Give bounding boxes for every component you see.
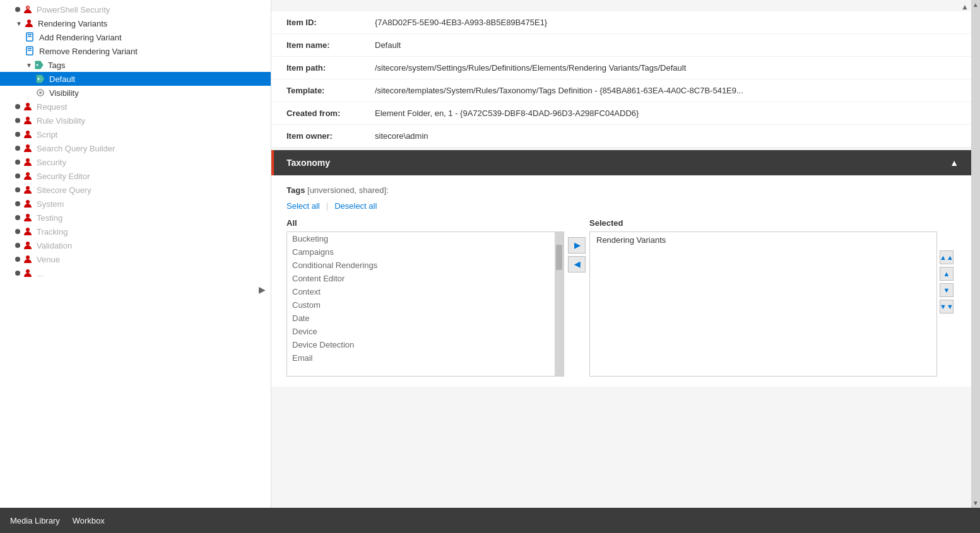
person-red-icon xyxy=(23,254,33,264)
all-list-inner[interactable]: Bucketing Campaigns Conditional Renderin… xyxy=(287,232,555,376)
list-item[interactable]: Bucketing xyxy=(287,232,555,245)
content: ▲ Item ID: {7A8D02F5-5E90-4EB3-A993-8B5E… xyxy=(271,0,971,508)
all-list-box: Bucketing Campaigns Conditional Renderin… xyxy=(286,231,564,377)
sort-buttons: ▲▲ ▲ ▼ ▼▼ xyxy=(937,231,956,377)
sidebar-item-security-editor[interactable]: Security Editor xyxy=(0,169,271,183)
expand-icon[interactable]: ▼ xyxy=(15,20,23,27)
sidebar-item-label: Add Rendering Variant xyxy=(39,33,122,42)
sidebar-item-label: Rendering Variants xyxy=(38,19,107,28)
select-all-link[interactable]: Select all xyxy=(286,201,320,211)
bullet-icon xyxy=(15,146,20,151)
sidebar-item-search-query-builder[interactable]: Search Query Builder xyxy=(0,141,271,155)
sidebar-item-security[interactable]: Security xyxy=(0,155,271,169)
sidebar-item-tags[interactable]: ▼ Tags xyxy=(0,58,271,72)
sidebar-item-script[interactable]: Script xyxy=(0,127,271,141)
list-item[interactable]: Conditional Renderings xyxy=(287,259,555,272)
sidebar-item-system[interactable]: System xyxy=(0,197,271,211)
svg-point-18 xyxy=(26,144,30,148)
sidebar-item-label: Visibility xyxy=(49,88,79,98)
taxonomy-section-header[interactable]: Taxonomy ▲ xyxy=(271,150,971,175)
media-library-link[interactable]: Media Library xyxy=(10,516,60,525)
sidebar-item-remove-rendering-variant[interactable]: Remove Rendering Variant xyxy=(0,44,271,58)
svg-point-25 xyxy=(26,242,30,245)
person-red-icon xyxy=(23,185,33,195)
list-item[interactable]: Content Editor xyxy=(287,272,555,285)
sort-up-top-button[interactable]: ▲▲ xyxy=(940,250,953,264)
sidebar-item-add-rendering-variant[interactable]: Add Rendering Variant xyxy=(0,30,271,44)
sidebar-item-powershell-security[interactable]: PowerShell Security xyxy=(0,3,271,16)
sidebar-item-rendering-variants[interactable]: ▼ Rendering Variants xyxy=(0,16,271,30)
taxonomy-collapse-arrow[interactable]: ▲ xyxy=(950,158,959,168)
dual-list-container: All Bucketing Campaigns Conditional Rend… xyxy=(286,218,956,377)
sidebar-item-venue[interactable]: Venue xyxy=(0,252,271,266)
sidebar-item-label: Default xyxy=(49,74,75,84)
deselect-all-link[interactable]: Deselect all xyxy=(334,201,377,211)
bullet-icon xyxy=(15,243,20,248)
item-details: Item ID: {7A8D02F5-5E90-4EB3-A993-8B5E89… xyxy=(271,11,971,148)
list-item[interactable]: Campaigns xyxy=(287,245,555,259)
list-item[interactable]: Context xyxy=(287,285,555,298)
bullet-icon xyxy=(15,257,20,262)
svg-point-2 xyxy=(27,20,31,23)
sidebar-scroll-right-arrow[interactable]: ▶ xyxy=(259,284,266,295)
sidebar-item-visibility[interactable]: Visibility xyxy=(0,86,271,100)
scrollbar-up-arrow[interactable]: ▲ xyxy=(972,1,979,8)
sort-down-button[interactable]: ▼ xyxy=(940,283,953,297)
person-red-icon xyxy=(23,143,33,153)
svg-point-14 xyxy=(39,91,42,94)
page-blue-icon xyxy=(25,32,35,42)
list-item[interactable]: Device xyxy=(287,325,555,338)
sidebar-item-label: Rule Visibility xyxy=(37,116,85,126)
move-right-button[interactable]: ▶ xyxy=(568,237,586,254)
svg-point-24 xyxy=(26,228,30,231)
person-red-icon xyxy=(23,171,33,181)
sidebar-item-label: Tracking xyxy=(37,227,68,237)
list-item[interactable]: Email xyxy=(287,351,555,365)
move-left-button[interactable]: ◀ xyxy=(568,256,586,272)
sidebar-item-testing[interactable]: Testing xyxy=(0,211,271,225)
sidebar: PowerShell Security ▼ Rendering Variants… xyxy=(0,0,271,508)
sidebar-item-request[interactable]: Request xyxy=(0,100,271,114)
sort-down-bottom-button[interactable]: ▼▼ xyxy=(940,300,953,313)
content-scroll-up-arrow[interactable]: ▲ xyxy=(961,3,969,11)
content-area-wrapper: ▲ Item ID: {7A8D02F5-5E90-4EB3-A993-8B5E… xyxy=(271,0,980,508)
workbox-link[interactable]: Workbox xyxy=(73,516,105,525)
sidebar-item-default[interactable]: Default xyxy=(0,72,271,86)
person-red-icon xyxy=(23,226,33,237)
page-blue-icon xyxy=(25,46,35,56)
list-item[interactable]: Rendering Variants xyxy=(590,232,936,248)
sort-up-button[interactable]: ▲ xyxy=(940,267,953,281)
person-red-icon xyxy=(23,240,33,250)
selected-list-box: Rendering Variants xyxy=(589,231,937,377)
all-list-header: All xyxy=(286,218,564,228)
list-item[interactable]: Device Detection xyxy=(287,338,555,351)
detail-row-item-id: Item ID: {7A8D02F5-5E90-4EB3-A993-8B5E89… xyxy=(271,11,971,34)
sidebar-item-label: Validation xyxy=(37,241,72,250)
bullet-icon xyxy=(15,215,20,220)
tags-label: Tags xyxy=(286,185,305,195)
selected-list-container: Selected Rendering Variants ▲▲ ▲ ▼ ▼▼ xyxy=(589,218,956,377)
svg-point-22 xyxy=(26,200,30,204)
template-value: /sitecore/templates/System/Rules/Taxonom… xyxy=(375,86,743,95)
sidebar-item-label: Sitecore Query xyxy=(37,185,92,195)
sidebar-item-validation[interactable]: Validation xyxy=(0,238,271,252)
sidebar-item-label: Remove Rendering Variant xyxy=(39,47,138,56)
content-scrollbar[interactable]: ▲ ▼ xyxy=(971,0,980,508)
all-list-scrollbar[interactable] xyxy=(555,232,564,376)
bullet-icon xyxy=(15,187,20,192)
item-name-value: Default xyxy=(375,40,401,50)
item-path-label: Item path: xyxy=(286,63,375,73)
circle-gray-icon xyxy=(35,88,45,98)
sidebar-item-sitecore-query[interactable]: Sitecore Query xyxy=(0,183,271,197)
list-item[interactable]: Date xyxy=(287,312,555,325)
scrollbar-down-arrow[interactable]: ▼ xyxy=(972,500,979,507)
detail-row-item-name: Item name: Default xyxy=(271,34,971,57)
list-item[interactable]: Custom xyxy=(287,298,555,312)
bullet-icon xyxy=(15,160,20,165)
expand-icon[interactable]: ▼ xyxy=(25,61,33,69)
svg-point-19 xyxy=(26,158,30,162)
sidebar-item-rule-visibility[interactable]: Rule Visibility xyxy=(0,114,271,127)
all-list-container: All Bucketing Campaigns Conditional Rend… xyxy=(286,218,564,377)
sidebar-item-tracking[interactable]: Tracking xyxy=(0,225,271,238)
sidebar-item-more[interactable]: ... xyxy=(0,266,271,280)
